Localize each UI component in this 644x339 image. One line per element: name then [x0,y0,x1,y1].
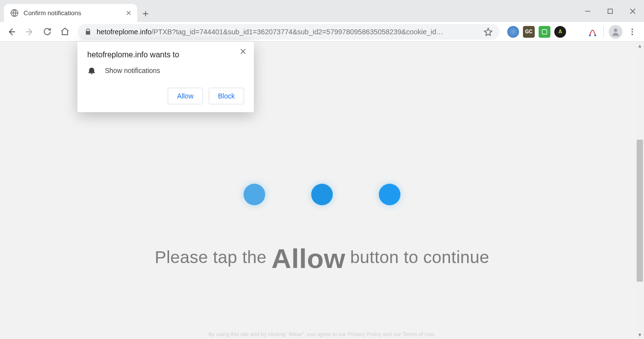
loading-dots [244,184,400,205]
extension-icon-1[interactable] [507,26,519,38]
lock-icon [84,28,92,35]
svg-rect-1 [608,9,613,13]
block-button[interactable]: Block [209,88,244,104]
extension-icon-3[interactable] [539,26,550,38]
window-close-button[interactable] [621,0,644,22]
tab-close-icon[interactable] [124,9,132,17]
hero-text: Please tap the Allow button to continue [0,242,644,274]
svg-point-8 [632,33,633,35]
hero-allow: Allow [272,243,346,274]
svg-point-3 [589,34,591,36]
url-domain: hetofreplome.info [97,28,151,36]
loading-dot [311,184,333,205]
window-maximize-button[interactable] [599,0,621,22]
hero-pre: Please tap the [155,247,272,266]
scroll-thumb[interactable] [637,140,643,282]
window-controls [576,0,644,22]
home-button[interactable] [57,24,73,40]
profile-avatar[interactable] [609,25,622,39]
allow-button[interactable]: Allow [168,88,202,104]
new-tab-button[interactable] [137,5,154,22]
kebab-menu-icon[interactable] [624,24,640,40]
extension-icon-5[interactable] [587,26,598,38]
svg-rect-2 [542,29,546,34]
globe-icon [10,9,19,18]
loading-dot [379,184,400,205]
loading-dot [244,184,265,205]
back-button[interactable] [4,24,20,40]
popup-title: hetofreplome.info wants to [87,50,244,59]
forward-button[interactable] [22,24,37,40]
hero-post: button to continue [346,247,490,266]
window-minimize-button[interactable] [576,0,599,22]
vertical-scrollbar[interactable]: ▲ ▼ [636,42,644,339]
titlebar: Confirm notifications [0,0,644,22]
popup-permission-row: Show notifications [87,66,244,75]
url-path: /PTXB?tag_id=744401&sub_id1=362073774&su… [151,28,443,36]
scroll-down-icon[interactable]: ▼ [636,331,644,339]
popup-close-icon[interactable] [237,46,249,57]
toolbar-separator [603,26,604,37]
popup-actions: Allow Block [87,88,244,104]
extension-icon-2[interactable]: GC [523,26,535,38]
permission-popup: hetofreplome.info wants to Show notifica… [77,42,254,112]
footer-text: By using this site and by clicking "Allo… [0,331,644,337]
address-bar[interactable]: hetofreplome.info /PTXB?tag_id=744401&su… [77,24,499,40]
reload-button[interactable] [39,24,55,40]
toolbar: hetofreplome.info /PTXB?tag_id=744401&su… [0,22,644,42]
browser-tab[interactable]: Confirm notifications [4,4,137,22]
bookmark-star-icon[interactable] [479,27,493,36]
popup-permission-label: Show notifications [105,67,160,74]
bell-icon [87,66,96,75]
extensions-row: GC A [504,26,569,38]
extension-icon-4[interactable]: A [554,26,566,38]
scroll-up-icon[interactable]: ▲ [636,42,644,50]
svg-point-4 [594,34,596,36]
svg-point-6 [632,28,633,30]
tab-title: Confirm notifications [24,9,81,17]
svg-point-5 [614,28,618,32]
svg-point-7 [632,31,633,32]
